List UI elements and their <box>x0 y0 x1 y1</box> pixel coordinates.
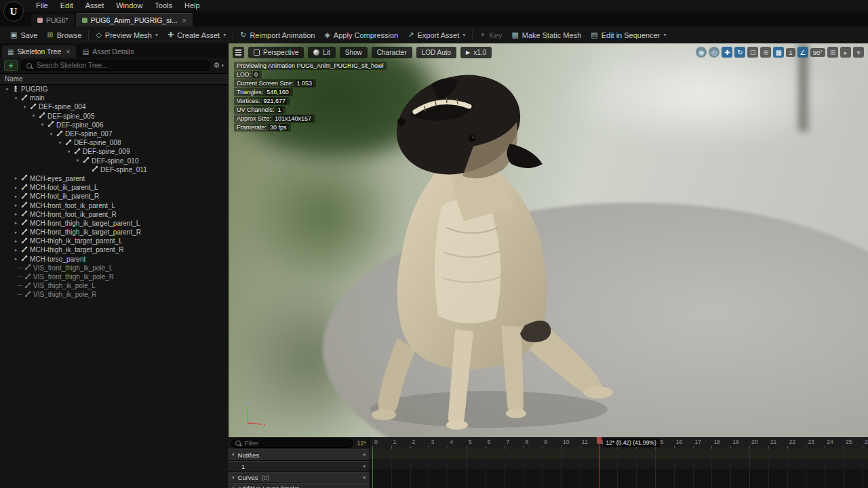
viewport-lod-auto-button[interactable]: LOD Auto <box>416 47 456 58</box>
playback-speed-button[interactable]: ▶ x1.0 <box>460 47 492 58</box>
close-tab-icon[interactable]: × <box>182 16 186 24</box>
viewport-show-button[interactable]: Show <box>340 47 368 58</box>
toolbar-save-button[interactable]: ▣Save <box>5 26 42 43</box>
playhead-line[interactable] <box>599 437 599 488</box>
tree-item-vis-thigh-ik-pole-r[interactable]: VIS_thigh_ik_pole_R <box>0 290 228 299</box>
toolbar-reimport-animation-button[interactable]: ↻Reimport Animation <box>235 26 319 43</box>
skeleton-search-box[interactable] <box>21 60 210 71</box>
tree-expander-icon[interactable]: ▾ <box>22 104 28 110</box>
tree-item-mch-foot-ik-parent-r[interactable]: ▸MCH-foot_ik_parent_R <box>0 192 228 201</box>
tree-expander-icon[interactable]: ▸ <box>13 185 19 190</box>
tree-item-vis-thigh-ik-pole-l[interactable]: VIS_thigh_ik_pole_L <box>0 281 228 290</box>
expander-icon[interactable]: ▾ <box>232 475 235 481</box>
tree-expander-icon[interactable]: ▸ <box>13 176 19 181</box>
tree-expander-icon[interactable]: ▸ <box>13 247 19 253</box>
tree-item-mch-eyes-parent[interactable]: ▸MCH-eyes_parent <box>0 174 228 183</box>
3d-viewport[interactable]: PerspectiveLitShowCharacterLOD Auto ▶ x1… <box>228 43 868 437</box>
tab-asset-details[interactable]: ▤ Asset Details <box>77 45 140 58</box>
tree-expander-icon[interactable]: ▾ <box>66 149 72 155</box>
move-tool-icon[interactable]: ✚ <box>722 47 732 58</box>
timeline-track-area[interactable]: 0123456789101112131415161718192021222324… <box>370 437 868 488</box>
toolbar-create-asset-button[interactable]: ✚Create Asset▾ <box>163 26 231 43</box>
tab-animation-pugrig-sit-howl[interactable]: PUG6_Anim_PUGRIG_si... × <box>76 13 193 26</box>
scale-tool-icon[interactable]: ⊡ <box>747 47 758 58</box>
toolbar-browse-button[interactable]: ⊞Browse <box>42 26 86 43</box>
tree-expander-icon[interactable]: ▸ <box>13 256 19 262</box>
chevron-down-icon[interactable]: ▾ <box>363 452 366 458</box>
toolbar-export-asset-button[interactable]: ↗Export Asset▾ <box>403 26 470 43</box>
chevron-down-icon[interactable]: ▾ <box>363 464 366 469</box>
menu-tools[interactable]: Tools <box>149 0 178 12</box>
timeline-row-1[interactable]: 1▾ <box>228 461 370 472</box>
toolbar-key-button[interactable]: ✦Key <box>475 26 507 43</box>
grid-snap-icon[interactable]: ▦ <box>773 47 784 58</box>
tree-expander-icon[interactable]: ▸ <box>13 203 19 208</box>
tree-item-mch-thigh-ik-target-parent-r[interactable]: ▸MCH-thigh_ik_target_parent_R <box>0 245 228 254</box>
tree-expander-icon[interactable]: ▾ <box>4 87 10 92</box>
tree-item-mch-front-thigh-ik-target-parent-l[interactable]: ▸MCH-front_thigh_ik_target_parent_L <box>0 219 228 228</box>
viewport-lit-button[interactable]: Lit <box>308 47 336 58</box>
tree-item-def-spine-006[interactable]: ▾DEF-spine_006 <box>0 121 228 129</box>
viewport-menu-button[interactable] <box>233 47 244 58</box>
notifies-track[interactable] <box>370 449 868 460</box>
tree-item-mch-front-foot-ik-parent-r[interactable]: ▸MCH-front_foot_ik_parent_R <box>0 210 228 219</box>
toolbar-make-static-mesh-button[interactable]: ▦Make Static Mesh <box>507 26 586 43</box>
tree-item-def-spine-005[interactable]: ▾DEF-spine_005 <box>0 112 228 121</box>
chevron-down-icon[interactable]: ▾ <box>363 475 366 481</box>
timeline-row-curves[interactable]: ▾Curves(0)▾ <box>228 472 370 483</box>
close-panel-icon[interactable]: × <box>66 47 70 56</box>
tree-column-header[interactable]: Name <box>0 73 228 85</box>
timeline-row-notifies[interactable]: ▾Notifies▾ <box>228 449 370 461</box>
timeline-filter-box[interactable] <box>231 439 353 448</box>
tree-item-def-spine-008[interactable]: ▾DEF-spine_008 <box>0 138 228 147</box>
expander-icon[interactable]: ▾ <box>232 486 235 488</box>
tree-item-def-spine-011[interactable]: DEF-spine_011 <box>0 165 228 174</box>
tree-expander-icon[interactable]: ▾ <box>48 131 54 137</box>
tree-item-mch-front-foot-ik-parent-l[interactable]: ▸MCH-front_foot_ik_parent_L <box>0 201 228 209</box>
tree-item-mch-front-thigh-ik-target-parent-r[interactable]: ▸MCH-front_thigh_ik_target_parent_R <box>0 228 228 237</box>
filter-input[interactable] <box>243 439 349 447</box>
viewport-options-caret[interactable]: ▾ <box>853 47 864 58</box>
tree-item-main[interactable]: ▾main <box>0 94 228 102</box>
add-bone-button[interactable]: + <box>4 60 18 71</box>
menu-file[interactable]: File <box>30 0 54 12</box>
tree-item-vis-front-thigh-ik-pole-l[interactable]: VIS_front_thigh_ik_pole_L <box>0 264 228 272</box>
rotation-snap-icon[interactable]: ∠ <box>797 47 808 58</box>
viewport-perspective-button[interactable]: Perspective <box>248 47 304 58</box>
tree-item-mch-foot-ik-parent-l[interactable]: ▸MCH-foot_ik_parent_L <box>0 183 228 192</box>
menu-window[interactable]: Window <box>110 0 149 12</box>
tree-expander-icon[interactable]: ▸ <box>13 230 19 235</box>
tree-item-pugrig[interactable]: ▾PUGRIG <box>0 85 228 94</box>
tree-expander-icon[interactable]: ▾ <box>31 113 37 119</box>
tree-item-vis-front-thigh-ik-pole-r[interactable]: VIS_front_thigh_ik_pole_R <box>0 272 228 281</box>
menu-asset[interactable]: Asset <box>79 0 111 12</box>
tree-expander-icon[interactable]: ▸ <box>13 194 19 199</box>
menu-help[interactable]: Help <box>178 0 206 12</box>
viewport-character-button[interactable]: Character <box>372 47 412 58</box>
tree-expander-icon[interactable]: ▾ <box>75 158 81 163</box>
search-input[interactable] <box>35 61 205 70</box>
world-space-icon[interactable]: ⊕ <box>760 47 771 58</box>
rotate-tool-icon[interactable]: ↻ <box>734 47 745 58</box>
tree-expander-icon[interactable]: ▾ <box>57 140 63 146</box>
unreal-engine-logo-icon[interactable]: U <box>3 1 24 22</box>
grid-size-label[interactable]: 1 <box>786 48 795 57</box>
tree-item-def-spine-004[interactable]: ▾DEF-spine_004 <box>0 102 228 111</box>
tree-item-def-spine-010[interactable]: ▾DEF-spine_010 <box>0 157 228 165</box>
tree-item-def-spine-009[interactable]: ▾DEF-spine_009 <box>0 147 228 156</box>
tree-expander-icon[interactable]: ▸ <box>13 211 19 217</box>
camera-speed-icon[interactable]: ▸ <box>840 47 851 58</box>
toolbar-apply-compression-button[interactable]: ◈Apply Compression <box>319 26 403 43</box>
toolbar-preview-mesh-button[interactable]: ◇Preview Mesh▾ <box>91 26 163 43</box>
tree-item-mch-thigh-ik-target-parent-l[interactable]: ▸MCH-thigh_ik_target_parent_L <box>0 237 228 245</box>
animation-preview-icon[interactable]: ◉ <box>696 47 707 58</box>
tree-expander-icon[interactable]: ▾ <box>39 122 45 127</box>
tab-pug6[interactable]: PUG6* <box>31 14 75 26</box>
tab-skeleton-tree[interactable]: ▦ Skeleton Tree × <box>2 45 76 58</box>
tree-item-mch-torso-parent[interactable]: ▸MCH-torso_parent <box>0 255 228 264</box>
tree-settings-button[interactable]: ⚙▾ <box>214 61 224 70</box>
playhead-marker[interactable] <box>597 437 601 444</box>
curves-track[interactable] <box>370 459 868 468</box>
rotation-snap-label[interactable]: 90° <box>810 48 825 57</box>
expander-icon[interactable]: ▾ <box>232 452 235 458</box>
